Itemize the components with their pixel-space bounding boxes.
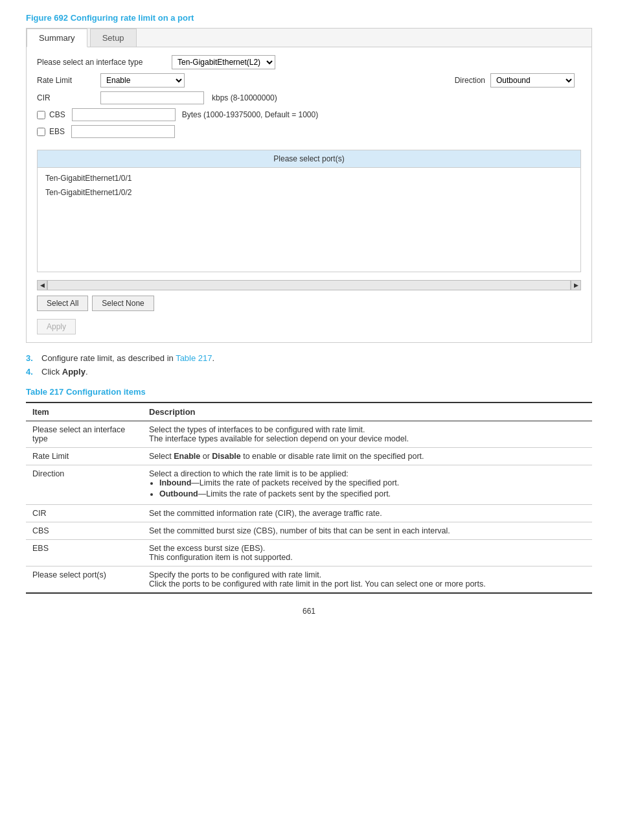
desc-direction: Select a direction to which the rate lim… — [143, 465, 592, 505]
config-panel: Summary Setup Please select an interface… — [26, 28, 592, 343]
config-table: Item Description Please select an interf… — [26, 402, 592, 594]
bullet-outbound: Outbound—Limits the rate of packets sent… — [159, 489, 586, 498]
direction-select[interactable]: Outbound Inbound — [490, 73, 575, 88]
interface-type-label: Please select an interface type — [37, 58, 166, 67]
apply-bold: Apply — [62, 367, 86, 377]
col-item: Item — [26, 402, 143, 421]
table-row-rate-limit: Rate Limit Select Enable or Disable to e… — [26, 448, 592, 465]
step-3-num: 3. — [26, 353, 41, 363]
ebs-label: EBS — [49, 127, 65, 136]
table-row-interface: Please select an interface type Select t… — [26, 421, 592, 448]
select-none-button[interactable]: Select None — [92, 296, 154, 311]
page-number: 661 — [26, 607, 592, 616]
ebs-checkbox[interactable] — [37, 128, 45, 136]
ebs-input[interactable] — [71, 125, 175, 138]
item-direction: Direction — [26, 465, 143, 505]
desc-ebs: Set the excess burst size (EBS). This co… — [143, 540, 592, 566]
item-ebs: EBS — [26, 540, 143, 566]
table-row-cbs: CBS Set the committed burst size (CBS), … — [26, 522, 592, 540]
form-area: Please select an interface type Ten-Giga… — [27, 47, 591, 150]
steps-section: 3. Configure rate limit, as described in… — [26, 353, 592, 377]
table-217-link[interactable]: Table 217 — [176, 353, 212, 363]
port-list[interactable]: Ten-GigabitEthernet1/0/1 Ten-GigabitEthe… — [38, 168, 580, 272]
port-item-2[interactable]: Ten-GigabitEthernet1/0/2 — [45, 186, 573, 200]
item-cir: CIR — [26, 505, 143, 522]
cbs-label: CBS — [49, 110, 65, 119]
step-4-text: Click Apply. — [41, 367, 88, 377]
rate-limit-label: Rate Limit — [37, 76, 95, 85]
figure-title: Figure 692 Configuring rate limit on a p… — [26, 13, 592, 23]
table-row-direction: Direction Select a direction to which th… — [26, 465, 592, 505]
cbs-hint: Bytes (1000-19375000, Default = 1000) — [182, 110, 318, 119]
port-panel: Please select port(s) Ten-GigabitEtherne… — [37, 150, 581, 272]
item-ports: Please select port(s) — [26, 566, 143, 594]
scroll-left-arrow[interactable]: ◀ — [37, 280, 47, 290]
desc-cbs: Set the committed burst size (CBS), numb… — [143, 522, 592, 540]
ebs-row: EBS — [37, 125, 581, 138]
step-3: 3. Configure rate limit, as described in… — [26, 353, 592, 363]
table-row-cir: CIR Set the committed information rate (… — [26, 505, 592, 522]
cir-hint: kbps (8-10000000) — [212, 93, 277, 102]
tab-setup[interactable]: Setup — [90, 29, 137, 47]
select-all-button[interactable]: Select All — [37, 296, 88, 311]
item-rate-limit: Rate Limit — [26, 448, 143, 465]
port-item-1[interactable]: Ten-GigabitEthernet1/0/1 — [45, 172, 573, 186]
desc-cir: Set the committed information rate (CIR)… — [143, 505, 592, 522]
scrollbar-area: ◀ ▶ — [37, 280, 581, 290]
item-interface: Please select an interface type — [26, 421, 143, 448]
cir-input[interactable] — [100, 91, 204, 104]
desc-interface: Select the types of interfaces to be con… — [143, 421, 592, 448]
cir-label: CIR — [37, 93, 95, 102]
table-row-ports: Please select port(s) Specify the ports … — [26, 566, 592, 594]
cbs-input[interactable] — [72, 108, 176, 121]
desc-rate-limit: Select Enable or Disable to enable or di… — [143, 448, 592, 465]
table-title: Table 217 Configuration items — [26, 387, 592, 397]
table-row-ebs: EBS Set the excess burst size (EBS). Thi… — [26, 540, 592, 566]
cbs-checkbox[interactable] — [37, 111, 45, 119]
item-cbs: CBS — [26, 522, 143, 540]
rate-limit-select[interactable]: Enable Disable — [100, 73, 185, 88]
apply-button-disabled: Apply — [37, 319, 76, 334]
col-description: Description — [143, 402, 592, 421]
desc-ports: Specify the ports to be configured with … — [143, 566, 592, 594]
rate-limit-row: Rate Limit Enable Disable Direction Outb… — [37, 73, 581, 88]
tabs-row: Summary Setup — [27, 29, 591, 47]
scroll-right-arrow[interactable]: ▶ — [571, 280, 581, 290]
direction-label: Direction — [455, 76, 485, 85]
cir-row: CIR kbps (8-10000000) — [37, 91, 581, 104]
step-4-num: 4. — [26, 367, 41, 377]
bullet-inbound: Inbound—Limits the rate of packets recei… — [159, 478, 586, 487]
interface-type-select[interactable]: Ten-GigabitEthernet(L2) — [172, 55, 275, 69]
button-row: Select All Select None — [37, 296, 581, 311]
step-4: 4. Click Apply. — [26, 367, 592, 377]
scroll-track[interactable] — [47, 280, 571, 290]
port-panel-header: Please select port(s) — [38, 150, 580, 168]
cbs-row: CBS Bytes (1000-19375000, Default = 1000… — [37, 108, 581, 121]
step-3-text: Configure rate limit, as described in Ta… — [41, 353, 214, 363]
tab-summary[interactable]: Summary — [27, 29, 87, 47]
interface-type-row: Please select an interface type Ten-Giga… — [37, 55, 581, 69]
